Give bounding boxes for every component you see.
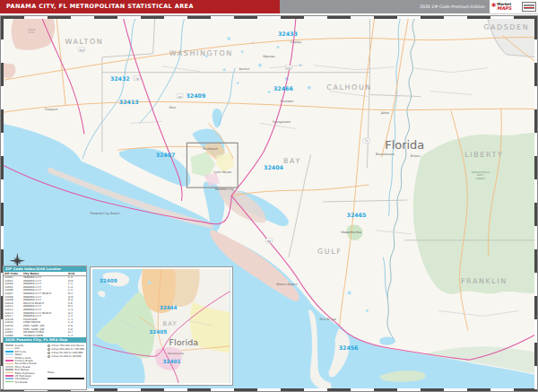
zip-label-32413: 32413 — [119, 99, 139, 105]
legend-swatch — [5, 344, 13, 346]
zip-label-32466: 32466 — [273, 85, 293, 91]
inset-zip-label-32401: 32401 — [163, 359, 181, 364]
inset-zip-label-32444: 32444 — [160, 305, 178, 310]
area-label-eglin-afb: EGLINA.F.B. — [28, 29, 35, 34]
inset-county-label-bay: BAY — [162, 320, 177, 327]
town-label-panama-city: Panama City — [215, 187, 234, 191]
svg-text:98: 98 — [267, 240, 271, 243]
city-symbol-icon — [48, 352, 50, 354]
county-label-washington: WASHINGTON — [169, 49, 233, 57]
zip-label-32432: 32432 — [110, 75, 130, 82]
county-label-franklin: FRANKLIN — [461, 277, 508, 285]
highway-shield-icon: 98 — [266, 239, 273, 243]
edition-label: 2020 ZIP Code Premium Edition — [280, 0, 490, 13]
inset-town-label-panama-city: Panama City — [168, 352, 184, 355]
inset-zip-label-32405: 32405 — [149, 329, 167, 335]
ruler-top — [1, 16, 537, 19]
inset-map-canvas: 32409324443240532401BAYFloridaPanama Cit… — [92, 269, 230, 383]
city-symbol-icon — [48, 348, 50, 351]
brand-logo: * Market MAPS — [490, 0, 538, 14]
zip-label-32409: 32409 — [186, 92, 205, 99]
highway-shield-icon: 79 — [134, 76, 140, 81]
legend-city-row: Cities 10,000 to 49,999 — [48, 354, 84, 358]
svg-text:231: 231 — [286, 66, 291, 70]
town-label-youngstown: Youngstown — [273, 120, 291, 124]
legend-swatch — [5, 372, 13, 374]
svg-text:71: 71 — [365, 139, 369, 143]
town-label-southport: Southport — [203, 147, 218, 151]
county-label-bay: BAY — [283, 157, 301, 165]
zip-label-32433: 32433 — [278, 30, 298, 37]
town-label-bristol: Bristol — [411, 154, 421, 158]
legend-item: Toll Roads — [5, 380, 46, 383]
legend-swatch — [5, 381, 13, 383]
highway-shield-icon: 331 — [79, 48, 85, 52]
county-label-walton: WALTON — [65, 38, 104, 46]
title-bar: PANAMA CITY, FL METROPOLITAN STATISTICAL… — [0, 0, 538, 13]
county-label-calhoun: CALHOUN — [326, 83, 372, 91]
ruler-right — [534, 16, 537, 391]
state-label-florida: Florida — [385, 138, 424, 152]
brand-maps: MAPS — [497, 6, 511, 12]
brand-wordmark: Market MAPS — [497, 3, 511, 12]
county-label-gulf: GULF — [317, 248, 342, 256]
zip-index-table: ZIP Code City Name Grid 32401PANAMA CITY… — [4, 272, 86, 337]
scale-bar-kilometers: Kilometers — [48, 381, 84, 390]
inset-zip-label-32409: 32409 — [100, 278, 117, 283]
town-label-wausau: Wausau — [263, 55, 274, 58]
map-poster-page: PANAMA CITY, FL METROPOLITAN STATISTICAL… — [0, 0, 538, 392]
town-label-port-st-joe: Port St. Joe — [319, 318, 336, 321]
svg-text:79: 79 — [135, 77, 139, 81]
page-title: PANAMA CITY, FL METROPOLITAN STATISTICAL… — [0, 0, 280, 13]
town-label-mexico-beach: Mexico Beach — [276, 283, 297, 286]
zip-label-32456: 32456 — [339, 344, 359, 351]
town-label-altha: Altha — [381, 111, 389, 115]
legend-swatch — [5, 357, 13, 359]
legend-swatch — [5, 375, 13, 377]
town-label-blountstown: Blountstown — [376, 152, 395, 156]
town-label-vernon: Vernon — [239, 67, 249, 71]
town-label-freeport: Freeport — [45, 108, 58, 111]
zip-label-32465: 32465 — [347, 212, 367, 218]
legend-swatch — [5, 363, 13, 365]
legend-swatch — [5, 351, 13, 353]
legend-swatch — [5, 360, 13, 362]
town-label-ebro: Ebro — [169, 106, 177, 109]
scale-bar-miles: Miles — [48, 360, 84, 379]
town-label-panama-city-beach: Panama City Beach — [91, 212, 120, 215]
brand-edition-box — [522, 2, 536, 12]
legend-cities-scales: Cities 750,000 and Above Cities 250,000 … — [48, 344, 84, 390]
legend-panel: ZIP Code Index/Grid Locator ZIP Code Cit… — [3, 266, 87, 390]
svg-text:331: 331 — [79, 48, 84, 52]
county-label-gadsden: GADSDEN — [483, 23, 529, 31]
legend-body: County City ZIP Code Water — [4, 343, 86, 390]
legend-swatch — [5, 353, 13, 355]
county-label-liberty: LIBERTY — [464, 151, 503, 159]
city-symbol-icon — [48, 355, 50, 358]
brand-star-icon: * — [491, 4, 496, 11]
town-label-fountain: Fountain — [281, 100, 294, 103]
town-label-lynn-haven: Lynn Haven — [213, 170, 231, 174]
highway-shield-icon: 20 — [177, 94, 183, 99]
legend-swatch — [5, 366, 13, 368]
highway-shield-icon: 231 — [285, 65, 291, 70]
city-symbol-icon — [48, 344, 50, 347]
legend-swatch — [5, 348, 13, 350]
legend-items: County City ZIP Code Water — [5, 344, 46, 390]
town-label-wewahitchka: Wewahitchka — [341, 231, 360, 234]
inset-state-label-florida: Florida — [169, 337, 198, 347]
zip-label-32407: 32407 — [156, 152, 176, 158]
legend-swatch — [5, 378, 13, 379]
miles-bar — [48, 378, 84, 379]
svg-text:20: 20 — [178, 95, 182, 99]
town-label-chipley: Chipley — [291, 40, 302, 44]
highway-shield-icon: 71 — [363, 138, 369, 143]
legend-swatch — [5, 369, 13, 370]
inset-map: 32409324443240532401BAYFloridaPanama Cit… — [90, 266, 233, 386]
zip-label-32404: 32404 — [264, 164, 283, 170]
